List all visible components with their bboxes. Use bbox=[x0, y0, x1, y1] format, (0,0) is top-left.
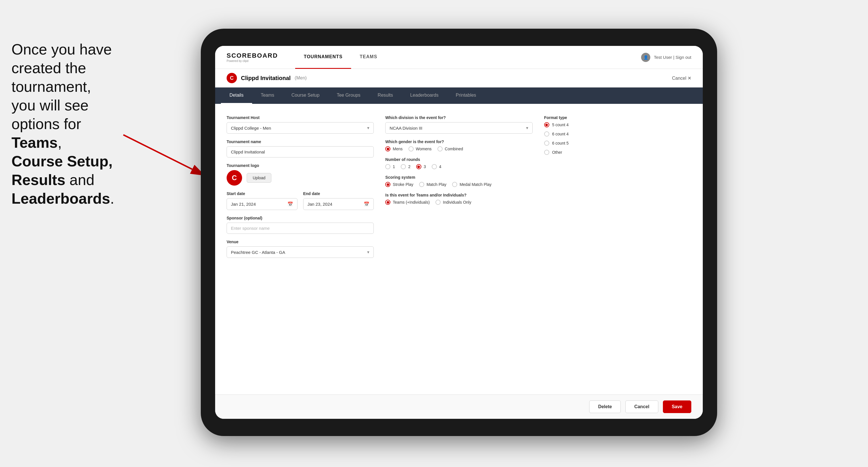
tournament-host-input[interactable]: Clippd College - Men bbox=[227, 122, 374, 134]
format-other-radio[interactable] bbox=[544, 150, 549, 155]
format-6count4[interactable]: 6 count 4 bbox=[544, 131, 691, 136]
tab-printables[interactable]: Printables bbox=[447, 88, 485, 104]
save-button[interactable]: Save bbox=[663, 400, 691, 413]
gender-womens[interactable]: Womens bbox=[408, 146, 432, 152]
text-line3: tournament, bbox=[11, 78, 91, 95]
scoring-match[interactable]: Match Play bbox=[419, 182, 446, 187]
rounds-4[interactable]: 4 bbox=[432, 164, 441, 169]
format-6count5[interactable]: 6 count 5 bbox=[544, 141, 691, 146]
gender-group: Which gender is the event for? Mens Wome… bbox=[385, 139, 532, 152]
user-avatar: 👤 bbox=[641, 53, 650, 62]
rounds-1-radio[interactable] bbox=[385, 164, 391, 169]
gender-womens-radio[interactable] bbox=[408, 146, 414, 152]
tab-teams[interactable]: Teams bbox=[252, 88, 283, 104]
teams-plus-individuals[interactable]: Teams (+Individuals) bbox=[385, 200, 430, 205]
arrow-graphic bbox=[112, 126, 215, 184]
venue-label: Venue bbox=[227, 240, 374, 244]
form-col-1: Tournament Host Clippd College - Men Tou… bbox=[227, 115, 374, 258]
tournament-name-group: Tournament name Clippd Invitational bbox=[227, 139, 374, 157]
calendar-icon-end: 📅 bbox=[364, 201, 369, 207]
format-type-label: Format type bbox=[544, 115, 691, 120]
rounds-1[interactable]: 1 bbox=[385, 164, 395, 169]
venue-group: Venue Peachtree GC - Atlanta - GA bbox=[227, 240, 374, 258]
breadcrumb-title: Clippd Invitational bbox=[241, 75, 290, 82]
scoring-medal[interactable]: Medal Match Play bbox=[452, 182, 491, 187]
gender-mens[interactable]: Mens bbox=[385, 146, 402, 152]
scoring-stroke[interactable]: Stroke Play bbox=[385, 182, 413, 187]
rounds-label: Number of rounds bbox=[385, 157, 532, 162]
tournament-logo-label: Tournament logo bbox=[227, 163, 374, 168]
division-input[interactable]: NCAA Division III bbox=[385, 122, 532, 134]
division-label: Which division is the event for? bbox=[385, 115, 532, 120]
text-line4: you will see bbox=[11, 97, 89, 114]
teams-individuals-group: Is this event for Teams and/or Individua… bbox=[385, 193, 532, 205]
tournament-name-input[interactable]: Clippd Invitational bbox=[227, 146, 374, 157]
gender-combined[interactable]: Combined bbox=[437, 146, 463, 152]
rounds-3-radio[interactable] bbox=[416, 164, 422, 169]
format-5count4[interactable]: 5 count 4 bbox=[544, 122, 691, 127]
date-row: Start date Jan 21, 2024 📅 End date Jan 2… bbox=[227, 191, 374, 210]
scoring-match-radio[interactable] bbox=[419, 182, 424, 187]
cancel-top-button[interactable]: Cancel ✕ bbox=[672, 75, 691, 81]
format-6count5-radio[interactable] bbox=[544, 141, 549, 146]
individuals-only[interactable]: Individuals Only bbox=[435, 200, 471, 205]
scoring-stroke-radio[interactable] bbox=[385, 182, 391, 187]
tournament-host-label: Tournament Host bbox=[227, 115, 374, 120]
upload-button[interactable]: Upload bbox=[247, 173, 271, 183]
instruction-text: Once you have created the tournament, yo… bbox=[0, 29, 166, 219]
main-nav: TOURNAMENTS TEAMS bbox=[295, 46, 641, 69]
rounds-4-radio[interactable] bbox=[432, 164, 437, 169]
breadcrumb-logo: C bbox=[227, 73, 237, 83]
scoring-group: Scoring system Stroke Play Match Play bbox=[385, 175, 532, 187]
user-label[interactable]: Test User | Sign out bbox=[654, 55, 691, 60]
text-line1: Once you have bbox=[11, 41, 112, 58]
text-line5: options for bbox=[11, 116, 81, 132]
scoring-medal-radio[interactable] bbox=[452, 182, 457, 187]
cancel-button[interactable]: Cancel bbox=[625, 400, 658, 413]
form-col-2: Which division is the event for? NCAA Di… bbox=[385, 115, 532, 258]
tournament-logo-group: Tournament logo C Upload bbox=[227, 163, 374, 186]
format-6count4-radio[interactable] bbox=[544, 131, 549, 136]
rounds-2-radio[interactable] bbox=[401, 164, 406, 169]
tab-tee-groups[interactable]: Tee Groups bbox=[328, 88, 369, 104]
rounds-2[interactable]: 2 bbox=[401, 164, 410, 169]
tab-details[interactable]: Details bbox=[221, 88, 252, 104]
tab-bar: Details Teams Course Setup Tee Groups Re… bbox=[215, 88, 703, 104]
tab-course-setup[interactable]: Course Setup bbox=[283, 88, 328, 104]
rounds-3[interactable]: 3 bbox=[416, 164, 426, 169]
tablet-screen: SCOREBOARD Powered by clipd TOURNAMENTS … bbox=[215, 46, 703, 419]
gender-mens-radio[interactable] bbox=[385, 146, 391, 152]
text-leaderboards: Leaderboards bbox=[11, 190, 110, 207]
delete-button[interactable]: Delete bbox=[589, 400, 621, 413]
main-content: Tournament Host Clippd College - Men Tou… bbox=[215, 104, 703, 395]
text-course-setup: Course Setup, bbox=[11, 153, 113, 169]
nav-tournaments[interactable]: TOURNAMENTS bbox=[295, 46, 351, 69]
start-date-input[interactable]: Jan 21, 2024 📅 bbox=[227, 198, 298, 210]
logo-subtitle: Powered by clipd bbox=[227, 59, 278, 63]
teams-individuals-label: Is this event for Teams and/or Individua… bbox=[385, 193, 532, 197]
logo-title: SCOREBOARD bbox=[227, 52, 278, 59]
venue-input[interactable]: Peachtree GC - Atlanta - GA bbox=[227, 246, 374, 258]
scoring-label: Scoring system bbox=[385, 175, 532, 180]
individuals-only-radio[interactable] bbox=[435, 200, 441, 205]
teams-individuals-radio-group: Teams (+Individuals) Individuals Only bbox=[385, 200, 532, 205]
nav-teams[interactable]: TEAMS bbox=[351, 46, 386, 69]
tablet-device: SCOREBOARD Powered by clipd TOURNAMENTS … bbox=[201, 29, 717, 436]
sponsor-input[interactable]: Enter sponsor name bbox=[227, 223, 374, 234]
gender-label: Which gender is the event for? bbox=[385, 139, 532, 144]
rounds-group: Number of rounds 1 2 3 bbox=[385, 157, 532, 169]
tournament-name-label: Tournament name bbox=[227, 139, 374, 144]
breadcrumb-bar: C Clippd Invitational (Men) Cancel ✕ bbox=[215, 69, 703, 88]
division-group: Which division is the event for? NCAA Di… bbox=[385, 115, 532, 134]
text-results: Results bbox=[11, 172, 65, 188]
tab-leaderboards[interactable]: Leaderboards bbox=[402, 88, 447, 104]
teams-plus-radio[interactable] bbox=[385, 200, 391, 205]
gender-combined-radio[interactable] bbox=[437, 146, 443, 152]
format-5count4-radio[interactable] bbox=[544, 122, 549, 127]
format-other[interactable]: Other bbox=[544, 150, 691, 155]
format-options: 5 count 4 6 count 4 6 count 5 Other bbox=[544, 122, 691, 155]
app-header: SCOREBOARD Powered by clipd TOURNAMENTS … bbox=[215, 46, 703, 69]
end-date-group: End date Jan 23, 2024 📅 bbox=[303, 191, 374, 210]
end-date-input[interactable]: Jan 23, 2024 📅 bbox=[303, 198, 374, 210]
tab-results[interactable]: Results bbox=[369, 88, 402, 104]
